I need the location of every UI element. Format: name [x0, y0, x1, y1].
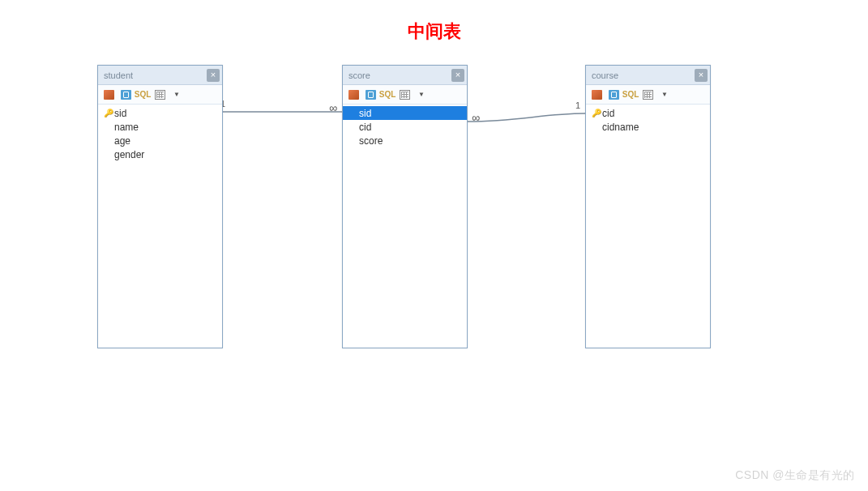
field-list-course: 🔑cid cidname: [586, 105, 710, 135]
titlebar-score[interactable]: score ×: [343, 66, 467, 85]
chevron-down-icon[interactable]: ▼: [414, 88, 429, 101]
toolbar-icon-grid[interactable]: [363, 88, 378, 101]
titlebar-student[interactable]: student ×: [98, 66, 222, 85]
toolbar-student: SQL ▼: [98, 85, 222, 105]
field-label: cid: [359, 122, 371, 133]
field-label: cid: [602, 108, 614, 119]
cardinality-many-right: ∞: [472, 111, 480, 124]
table-title: student: [104, 70, 133, 80]
field-row[interactable]: cidname: [586, 120, 710, 134]
close-icon[interactable]: ×: [207, 69, 220, 82]
field-label: gender: [114, 149, 144, 160]
toolbar-icon-grid[interactable]: [606, 88, 621, 101]
table-title: course: [592, 70, 618, 80]
table-title: score: [348, 70, 370, 80]
close-icon[interactable]: ×: [451, 69, 464, 82]
key-icon: 🔑: [103, 109, 114, 117]
cardinality-one-right: 1: [575, 100, 580, 110]
field-row[interactable]: 🔑cid: [586, 106, 710, 120]
table-window-student[interactable]: student × SQL ▼ 🔑sid name age gender: [97, 65, 223, 348]
toolbar-icon-sql[interactable]: SQL: [380, 88, 395, 101]
field-list-score: sid cid score: [343, 105, 467, 149]
toolbar-icon-design[interactable]: [101, 88, 116, 101]
toolbar-icon-design[interactable]: [589, 88, 604, 101]
toolbar-icon-sql[interactable]: SQL: [135, 88, 150, 101]
cardinality-many-left: ∞: [329, 101, 337, 114]
field-label: score: [359, 135, 383, 147]
field-row[interactable]: cid: [343, 120, 467, 134]
field-label: name: [114, 122, 139, 133]
toolbar-icon-sql[interactable]: SQL: [623, 88, 638, 101]
field-row[interactable]: score: [343, 134, 467, 147]
titlebar-course[interactable]: course ×: [586, 66, 710, 85]
toolbar-icon-table[interactable]: [640, 88, 655, 101]
field-label: sid: [114, 108, 126, 119]
toolbar-score: SQL ▼: [343, 85, 467, 105]
chevron-down-icon[interactable]: ▼: [169, 88, 184, 101]
key-icon: 🔑: [591, 109, 602, 117]
field-list-student: 🔑sid name age gender: [98, 105, 222, 163]
field-row[interactable]: 🔑sid: [98, 106, 222, 120]
field-row[interactable]: name: [98, 120, 222, 134]
field-row[interactable]: gender: [98, 147, 222, 161]
toolbar-icon-grid[interactable]: [118, 88, 133, 101]
close-icon[interactable]: ×: [695, 69, 708, 82]
table-window-score[interactable]: score × SQL ▼ sid cid score: [342, 65, 468, 348]
toolbar-icon-design[interactable]: [346, 88, 361, 101]
table-window-course[interactable]: course × SQL ▼ 🔑cid cidname: [585, 65, 711, 348]
field-row[interactable]: sid: [343, 106, 467, 120]
chevron-down-icon[interactable]: ▼: [657, 88, 672, 101]
field-label: age: [114, 135, 130, 147]
watermark: CSDN @生命是有光的: [735, 468, 855, 483]
field-row[interactable]: age: [98, 134, 222, 147]
diagram-title: 中间表: [408, 19, 461, 44]
toolbar-icon-table[interactable]: [397, 88, 412, 101]
toolbar-icon-table[interactable]: [152, 88, 167, 101]
toolbar-course: SQL ▼: [586, 85, 710, 105]
field-label: cidname: [602, 122, 639, 133]
field-label: sid: [359, 108, 371, 119]
